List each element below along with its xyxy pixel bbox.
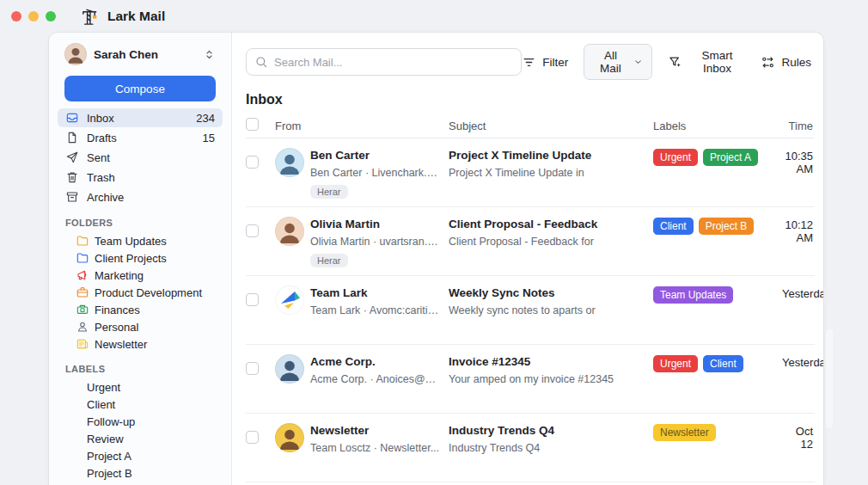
email-time: Oct 12 [782,423,815,451]
tag-icon [65,415,78,428]
mailbox-dropdown[interactable]: All Mail [584,44,652,80]
window-margin-right [823,33,868,485]
search-input[interactable] [246,48,522,76]
person-avatar [275,354,304,384]
sidebar-folder-item[interactable]: Client Projects [58,249,223,267]
email-time: 10:35 AM [782,148,815,175]
window-controls [11,11,56,21]
column-header-subject: Subject [449,120,653,132]
filter-icon [522,55,536,70]
label-pill: Urgent [653,149,698,166]
select-all-checkbox[interactable] [246,118,259,131]
sidebar-nav-item[interactable]: Inbox 234 [58,108,223,127]
rules-button[interactable]: Rules [761,55,811,70]
search-box [246,48,522,76]
sidebar-folder-item[interactable]: Personal [58,318,223,335]
close-button[interactable] [11,11,21,21]
sidebar-folder-item[interactable]: Newsletter [58,335,223,353]
email-row[interactable]: Olivia Martin Olivia Martin · uvartsran.… [246,207,815,276]
sidebar-folder-item[interactable]: Product Development [58,284,223,301]
cash-icon [76,303,89,316]
sidebar-label-item[interactable]: Follow-up [58,413,223,430]
email-list: Ben Carter Ben Carter · Livenchark.o... … [246,138,815,485]
sidebar-label-item[interactable]: Client [58,396,223,413]
sender-address: Team Lark · Avomc:caritin... [310,304,441,316]
scrollbar-thumb[interactable] [826,329,833,428]
select-checkbox[interactable] [246,293,259,306]
select-checkbox[interactable] [246,224,259,237]
column-header-time: Time [782,120,815,132]
unread-count: 234 [196,112,215,125]
email-subject: Invoice #12345 [449,354,641,370]
table-header: From Subject Labels Time [246,114,815,138]
sender-tag: Herar [310,185,348,199]
trash-icon [65,170,79,184]
unread-count: 15 [203,132,215,144]
tag-icon [65,381,78,394]
sidebar-folder-item[interactable]: Marketing [58,267,223,284]
zoom-button[interactable] [46,11,56,21]
newspaper-icon [76,337,89,351]
label-pill: Urgent [653,355,698,372]
tag-icon [65,433,78,445]
page-title: Inbox [232,80,823,107]
sender-address: Ben Carter · Livenchark.o... [310,167,441,179]
label-pill: Client [653,218,694,235]
sender-address: Acme Corp. · Anoices@ac... [310,373,441,385]
email-time: Yesterday [782,285,823,300]
email-preview: Weekly sync notes to aparts or [449,304,641,316]
email-table: From Subject Labels Time Ben Carter [232,107,823,485]
sidebar-nav-item[interactable]: Sent [58,148,223,167]
person-avatar [275,217,304,246]
sidebar-folder-item[interactable]: Finances [58,301,223,318]
account-name: Sarah Chen [94,48,196,61]
person-icon [76,320,89,334]
tag-icon [65,450,78,463]
email-preview: Client Proposal - Feedback for [449,236,641,248]
sender-tag: Herar [310,254,348,267]
inbox-icon [65,111,79,125]
email-row[interactable]: Newsletter Team Losctz · Newsletter... I… [246,414,815,482]
user-avatar [64,43,87,65]
email-row[interactable]: Ben Carter Ben Carter · Livenchark.o... … [246,138,815,207]
sender-address: Team Losctz · Newsletter... [310,442,439,454]
email-subject: Weekly Sync Notes [449,285,641,301]
archive-icon [65,190,79,204]
select-checkbox[interactable] [246,431,259,444]
sidebar-nav-item[interactable]: Trash [58,168,223,187]
sent-icon [65,150,79,164]
sidebar-label-item[interactable]: Project B [58,464,223,482]
email-row[interactable]: Acme Corp. Acme Corp. · Anoices@ac... In… [246,345,815,414]
select-checkbox[interactable] [246,156,259,169]
sidebar-nav-item[interactable]: Drafts 15 [58,128,223,147]
sidebar-nav-item[interactable]: Archive [58,187,223,206]
label-pill: Project B [699,218,755,235]
column-header-labels: Labels [653,120,782,132]
sidebar-label-item[interactable]: Review [58,430,223,447]
sidebar-label-item[interactable]: Project A [58,447,223,464]
minimize-button[interactable] [28,11,39,21]
account-switch-chevrons-icon[interactable] [203,48,216,61]
titlebar: Lark Mail [0,0,868,33]
sender-address: Olivia Martin · uvartsran.c... [310,236,441,248]
sender-name: Acme Corp. [310,354,441,370]
label-pill: Newsletter [653,424,716,441]
toolbar: Filter All Mail Smart Inbox Rules [232,33,823,80]
label-pill: Project A [703,149,758,166]
mailbox-nav: Inbox 234 Drafts 15 Sent Trash [58,108,223,206]
folders-list: Team Updates Client Projects Marketing P… [58,232,223,353]
select-checkbox[interactable] [246,362,259,375]
filter-button[interactable]: Filter [522,55,568,70]
account-selector[interactable]: Sarah Chen [58,41,223,65]
column-header-from: From [275,120,449,132]
email-preview: Your amped on my invoice #12345 [449,373,641,385]
email-preview: Industry Trends Q4 [449,442,641,454]
smart-inbox-button[interactable]: Smart Inbox [668,49,745,75]
email-row[interactable]: Team Lark Team Lark · Avomc:caritin... W… [246,276,815,345]
folder-icon [76,251,89,265]
sidebar-folder-item[interactable]: Team Updates [58,232,223,249]
folder-icon [76,234,89,248]
app-window: Sarah Chen Compose Inbox 234 Drafts 15 [49,33,823,485]
compose-button[interactable]: Compose [64,76,216,101]
sidebar-label-item[interactable]: Urgent [58,378,223,396]
